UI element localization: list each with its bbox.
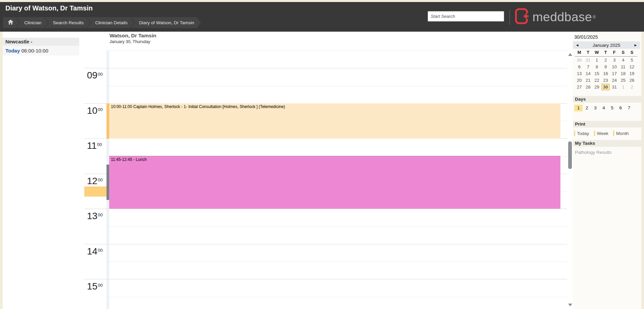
mini-calendar-day[interactable]: 30: [601, 84, 610, 91]
event-lunch-duration-bar: [106, 165, 109, 200]
current-date: 30/01/2025: [573, 32, 641, 40]
mini-calendar-day[interactable]: 29: [592, 84, 601, 91]
days-count-5[interactable]: 5: [608, 105, 616, 111]
print-marker-bar: [613, 131, 614, 136]
tasks-section-header: My Tasks: [573, 140, 641, 147]
mini-calendar-dow: W: [592, 49, 601, 56]
mini-calendar-day[interactable]: 23: [601, 77, 610, 84]
event-lunch[interactable]: 11:45-12:45 - Lunch: [109, 156, 560, 209]
print-month-link[interactable]: Month: [613, 131, 629, 136]
print-today-link[interactable]: Today: [574, 131, 589, 136]
mini-calendar-day[interactable]: 6: [575, 64, 584, 70]
today-hours: 06:00-10:00: [21, 48, 48, 54]
mini-calendar-day[interactable]: 20: [575, 77, 584, 84]
mini-calendar-day[interactable]: 21: [584, 77, 592, 84]
days-count-7[interactable]: 7: [625, 105, 633, 111]
mini-calendar-day[interactable]: 30: [575, 57, 584, 64]
hour-line: [84, 209, 567, 209]
mini-calendar-day[interactable]: 17: [610, 70, 619, 77]
meddbase-logo-text: meddbase: [532, 10, 592, 24]
app-header: Diary of Watson, Dr Tamsin ClinicianSear…: [0, 2, 644, 32]
mini-calendar: ◄ January 2025 ► MTWTFSS 303112345678910…: [573, 41, 640, 91]
mini-calendar-day[interactable]: 1: [592, 57, 601, 64]
today-hours-link[interactable]: Today 06:00-10:00: [3, 46, 79, 56]
prev-month-icon[interactable]: ◄: [573, 43, 582, 47]
mini-calendar-month: January 2025: [582, 43, 631, 48]
scrollbar-thumb[interactable]: [568, 141, 572, 169]
mini-calendar-dow-row: MTWTFSS: [573, 49, 640, 56]
mini-calendar-day[interactable]: 14: [584, 70, 592, 77]
mini-calendar-day[interactable]: 31: [610, 84, 619, 91]
home-icon: [8, 20, 13, 26]
hour-line: [84, 244, 567, 244]
print-section-header: Print: [573, 121, 641, 128]
event-appointment[interactable]: 10:00-11:00 Captain Holmes, Sherlock - 1…: [109, 103, 560, 139]
scroll-down-icon[interactable]: [568, 304, 572, 306]
mini-calendar-day[interactable]: 18: [619, 70, 627, 77]
mini-calendar-day[interactable]: 9: [601, 64, 610, 70]
days-section-header: Days: [573, 96, 641, 103]
next-month-icon[interactable]: ►: [631, 43, 640, 47]
hour-line: [84, 68, 567, 68]
hour-label: 1000: [87, 105, 102, 116]
diary-grid[interactable]: 090010001100120013001400150010:00-11:00 …: [84, 32, 567, 309]
hour-line: [84, 279, 567, 279]
mini-calendar-day[interactable]: 27: [575, 84, 584, 91]
mini-calendar-week: 13141516171819: [573, 70, 640, 77]
mini-calendar-day[interactable]: 11: [619, 64, 627, 70]
mini-calendar-day[interactable]: 28: [584, 84, 592, 91]
hour-label: 0900: [87, 70, 102, 81]
half-hour-line: [106, 86, 567, 86]
today-label[interactable]: Today: [5, 48, 20, 54]
mini-calendar-day[interactable]: 10: [610, 64, 619, 70]
mini-calendar-day[interactable]: 25: [619, 77, 627, 84]
mini-calendar-day[interactable]: 5: [627, 57, 636, 64]
gutter-time-highlight: [84, 186, 106, 197]
half-hour-line: [106, 227, 567, 227]
days-count-1[interactable]: 1: [574, 105, 583, 111]
mini-calendar-day[interactable]: 8: [592, 64, 601, 70]
mini-calendar-day[interactable]: 16: [601, 70, 610, 77]
breadcrumb-item-4[interactable]: Diary of Watson, Dr Tamsin: [131, 17, 201, 28]
breadcrumb-item-3[interactable]: Clinician Details: [87, 17, 134, 28]
mini-calendar-day[interactable]: 4: [619, 57, 627, 64]
mini-calendar-day[interactable]: 3: [610, 57, 619, 64]
mini-calendar-selected-day[interactable]: 30: [602, 84, 610, 90]
mini-calendar-day[interactable]: 7: [584, 64, 592, 70]
task-link[interactable]: Pathology Results: [573, 147, 641, 155]
mini-calendar-day[interactable]: 2: [627, 84, 636, 91]
mini-calendar-dow: T: [601, 49, 610, 56]
mini-calendar-day[interactable]: 1: [619, 84, 627, 91]
diary-scrollbar[interactable]: [567, 32, 573, 309]
hour-label: 1100: [87, 140, 102, 151]
mini-calendar-day[interactable]: 31: [584, 57, 592, 64]
location-header: Newcastle -: [3, 38, 79, 46]
days-count-6[interactable]: 6: [616, 105, 625, 111]
print-marker-bar: [574, 131, 575, 136]
mini-calendar-week: 272829303112: [573, 84, 640, 91]
mini-calendar-dates: 3031123456789101112131415161718192021222…: [573, 57, 640, 91]
breadcrumb-item-2[interactable]: Search Results: [45, 17, 91, 28]
days-count-2[interactable]: 2: [583, 105, 591, 111]
mini-calendar-header: ◄ January 2025 ►: [573, 41, 640, 49]
mini-calendar-day[interactable]: 19: [627, 70, 636, 77]
mini-calendar-day[interactable]: 12: [627, 64, 636, 70]
mini-calendar-day[interactable]: 22: [592, 77, 601, 84]
breadcrumb-item-1[interactable]: Clinician: [16, 17, 48, 28]
print-week-link[interactable]: Week: [594, 131, 608, 136]
mini-calendar-day[interactable]: 26: [627, 77, 636, 84]
breadcrumb-home[interactable]: [3, 17, 20, 28]
logo-divider: [510, 10, 510, 25]
mini-calendar-week: 20212223242526: [573, 77, 640, 84]
days-count-3[interactable]: 3: [591, 105, 600, 111]
mini-calendar-day[interactable]: 24: [610, 77, 619, 84]
days-count-4[interactable]: 4: [600, 105, 608, 111]
mini-calendar-dow: S: [627, 49, 636, 56]
mini-calendar-day[interactable]: 15: [592, 70, 601, 77]
mini-calendar-dow: F: [610, 49, 619, 56]
mini-calendar-week: 6789101112: [573, 64, 640, 70]
mini-calendar-day[interactable]: 13: [575, 70, 584, 77]
search-input[interactable]: [428, 11, 504, 22]
mini-calendar-day[interactable]: 2: [601, 57, 610, 64]
scroll-up-icon[interactable]: [568, 53, 572, 56]
